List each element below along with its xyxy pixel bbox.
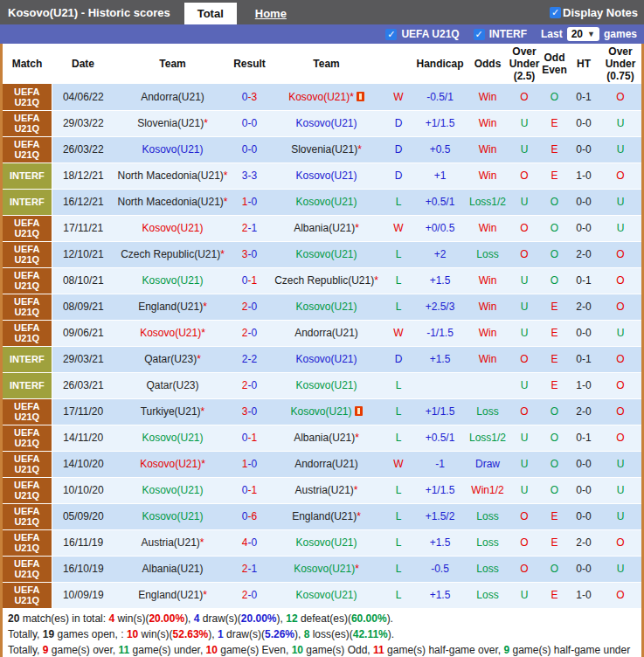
league-cell: INTERF (3, 372, 52, 398)
away-team-cell: Kosovo(U21) (268, 189, 384, 215)
favorite-star: * (355, 563, 359, 575)
team-name: Kosovo(U21) (140, 458, 201, 470)
summary-segment: match(es) in total: (19, 612, 108, 625)
summary-segment: ). (388, 628, 394, 640)
result-cell: 2-0 (231, 582, 268, 608)
league-cell: UEFA U21Q (3, 425, 52, 451)
ht-cell: 2-0 (568, 241, 599, 267)
away-team-cell: Czech Republic(U21)* (268, 267, 384, 294)
ht-cell: 0-0 (568, 451, 599, 477)
team-name: Kosovo(U21) (140, 327, 201, 339)
ht-cell: 0-0 (568, 320, 599, 346)
interf-label: INTERF (489, 28, 527, 40)
home-score: 4 (242, 536, 248, 549)
league-cell: UEFA U21Q (3, 398, 52, 425)
table-row: UEFA U21Q 14/10/20 Kosovo(U21)* 1-0 Ando… (3, 451, 641, 477)
league-cell: UEFA U21Q (3, 320, 52, 346)
summary-segment: 20.00% (149, 612, 184, 625)
date-cell: 16/10/19 (52, 556, 114, 582)
home-team-cell: North Macedonia(U21)* (114, 189, 231, 215)
team-name: Kosovo(U21) (290, 405, 351, 418)
odds-cell: Loss (467, 398, 508, 425)
away-score: 0 (252, 327, 258, 339)
over-under-075-cell: O (599, 346, 641, 372)
summary-segment: 19 (43, 628, 54, 640)
summary-segment: 52.63% (173, 628, 209, 640)
wdl-cell: L (384, 425, 412, 451)
odd-even-cell: E (541, 346, 568, 372)
wdl-cell: W (384, 451, 412, 477)
date-cell: 26/03/21 (52, 372, 114, 398)
away-team-cell: Albania(U21)* (268, 215, 384, 241)
last-games-select[interactable]: 20 ▼ (567, 27, 599, 41)
summary-segment: games open, : (54, 628, 127, 640)
over-under-075-cell: O (599, 163, 641, 189)
result-cell: 3-0 (231, 398, 268, 425)
over-under-25-cell: U (508, 136, 541, 163)
away-team-cell: England(U21)* (268, 503, 384, 529)
team-name: Kosovo(U21) (142, 484, 203, 496)
team-name: Turkiye(U21) (141, 405, 201, 418)
header-date: Date (52, 44, 114, 84)
away-score: 0 (252, 379, 258, 391)
table-row: UEFA U21Q 16/10/19 Albania(U21) 2-1 Koso… (3, 556, 641, 582)
away-team-cell: Kosovo(U21) (268, 398, 384, 425)
uefa-u21q-checkbox[interactable]: ✓ (385, 29, 397, 40)
over-under-25-cell: O (508, 346, 541, 372)
favorite-star: * (224, 196, 228, 208)
tab-home[interactable]: Home (242, 3, 300, 24)
team-name: Austria(U21) (141, 536, 199, 549)
odds-cell: Win (467, 110, 508, 136)
handicap-cell: +0.5/1 (412, 425, 467, 451)
title-bar: Kosovo(U21) - Historic scores Total Home… (0, 0, 644, 24)
ht-cell: 0-1 (568, 346, 599, 372)
summary-segment: 60.00% (351, 612, 387, 625)
ht-cell: 0-0 (568, 215, 599, 241)
over-under-075-cell: O (599, 294, 641, 320)
over-under-25-cell: O (508, 163, 541, 189)
summary-segment: game(s) half-game under (509, 644, 630, 656)
chevron-down-icon: ▼ (587, 30, 595, 38)
away-score: 0 (252, 589, 258, 601)
over-under-075-cell: O (599, 241, 641, 267)
home-team-cell: Czech Republic(U21)* (114, 241, 231, 267)
table-row: UEFA U21Q 08/09/21 England(U21)* 2-0 Kos… (3, 294, 641, 320)
wdl-cell: D (384, 163, 412, 189)
away-score: 0 (252, 405, 258, 418)
team-name: Kosovo(U21) (288, 91, 350, 103)
odds-cell: Win (467, 84, 508, 110)
date-cell: 29/03/22 (52, 110, 114, 136)
summary-segment: draw(s)( (224, 628, 265, 640)
result-cell: 2-1 (231, 215, 268, 241)
ht-cell: 1-0 (568, 372, 599, 398)
team-name: Slovenia(U21) (137, 117, 204, 129)
wdl-cell: D (384, 136, 412, 163)
over-under-075-cell: U (599, 215, 641, 241)
table-row: UEFA U21Q 05/09/20 Kosovo(U21) 0-6 Engla… (3, 503, 641, 529)
handicap-cell: +1.5 (412, 346, 467, 372)
favorite-star: * (355, 222, 359, 234)
date-cell: 08/10/21 (52, 267, 114, 294)
away-team-cell: Kosovo(U21) (268, 110, 384, 136)
odd-even-cell: E (541, 110, 568, 136)
favorite-star: * (374, 274, 378, 287)
home-score: 2 (242, 379, 248, 391)
home-score: 3 (242, 405, 248, 418)
away-team-cell: Kosovo(U21) (268, 294, 384, 320)
summary-line-overunder: Totally, 9 game(s) over, 11 game(s) unde… (8, 642, 636, 657)
date-cell: 04/06/22 (52, 84, 114, 110)
summary-segment: win(s)( (114, 612, 149, 625)
interf-checkbox[interactable]: ✓ (474, 29, 485, 40)
wdl-cell: L (384, 529, 412, 556)
handicap-cell: +0/0.5 (412, 215, 467, 241)
league-cell: INTERF (3, 346, 52, 372)
tab-total[interactable]: Total (184, 3, 237, 24)
favorite-star: * (201, 327, 205, 339)
away-score: 2 (252, 353, 258, 365)
over-under-075-cell: U (599, 110, 641, 136)
handicap-cell (412, 372, 467, 398)
odd-even-cell: O (541, 267, 568, 294)
home-score: 2 (242, 563, 248, 575)
home-team-cell: England(U21)* (114, 294, 231, 320)
display-notes-checkbox[interactable]: ✓ (550, 7, 561, 18)
